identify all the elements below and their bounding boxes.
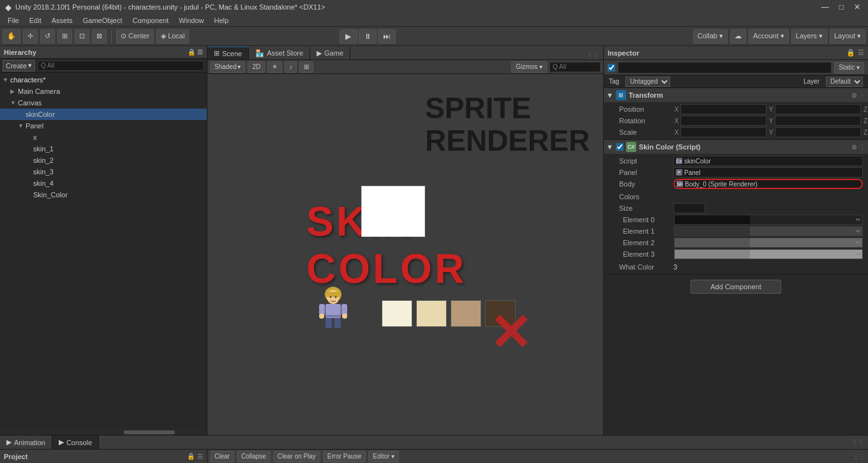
inspector-menu-icon[interactable]: ☰	[858, 49, 864, 57]
panel-value-field[interactable]: P Panel	[673, 167, 863, 178]
tab-game[interactable]: ▶ Game	[310, 47, 350, 59]
element-0-color[interactable]: ✏	[674, 215, 863, 225]
collab-button[interactable]: Collab ▾	[693, 29, 728, 43]
scale-tool[interactable]: ⊞	[57, 29, 72, 43]
tree-item-x[interactable]: x	[0, 132, 207, 143]
clear-on-play-button[interactable]: Clear on Play	[273, 451, 320, 462]
layout-button[interactable]: Layout ▾	[830, 29, 865, 43]
static-button[interactable]: Static ▾	[834, 62, 864, 73]
menu-help[interactable]: Help	[209, 14, 234, 26]
lighting-btn[interactable]: ☀	[267, 61, 282, 73]
step-button[interactable]: ⏭	[378, 29, 396, 43]
project-menu-icon[interactable]: ☰	[197, 453, 203, 460]
add-component-button[interactable]: Add Component	[691, 280, 781, 294]
swatch-1[interactable]	[382, 300, 412, 327]
scale-x-input[interactable]: 1	[680, 127, 767, 137]
scene-viewport[interactable]: SPRITE RENDERER SKIN COLOR	[207, 74, 603, 435]
editor-button[interactable]: Editor ▾	[368, 451, 399, 462]
rect-tool[interactable]: ⊡	[75, 29, 89, 43]
element-2-color[interactable]: ✏	[674, 238, 863, 248]
transform-tool[interactable]: ⊠	[92, 29, 107, 43]
tree-item-skin3[interactable]: skin_3	[0, 166, 207, 178]
collapse-button[interactable]: Collapse	[237, 451, 271, 462]
scene-search-input[interactable]	[550, 62, 601, 72]
menu-assets[interactable]: Assets	[47, 14, 78, 26]
layers-button[interactable]: Layers ▾	[791, 29, 827, 43]
tree-item-canvas[interactable]: ▼ Canvas	[0, 97, 207, 109]
element-1-color[interactable]: ✏	[674, 226, 863, 236]
pause-button[interactable]: ⏸	[359, 29, 377, 43]
hierarchy-scrollbar[interactable]	[0, 430, 207, 435]
skincolor-dots-icon[interactable]: ⋮	[859, 144, 865, 151]
clear-button[interactable]: Clear	[210, 451, 234, 462]
body-value-field[interactable]: SR Body_0 (Sprite Renderer)	[673, 179, 863, 189]
account-button[interactable]: Account ▾	[749, 29, 789, 43]
menu-gameobject[interactable]: GameObject	[78, 14, 128, 26]
play-button[interactable]: ▶	[340, 29, 357, 43]
tree-item-skin2[interactable]: skin_2	[0, 155, 207, 166]
shading-btn[interactable]: Shaded ▾	[210, 61, 245, 73]
object-name-input[interactable]: skinColor	[618, 62, 832, 73]
error-pause-button[interactable]: Error Pause	[323, 451, 366, 462]
tab-animation[interactable]: ▶ Animation	[0, 436, 52, 449]
size-input[interactable]: 4	[673, 203, 705, 213]
tab-scene[interactable]: ⊞ Scene	[207, 47, 249, 59]
menu-component[interactable]: Component	[127, 14, 174, 26]
cloud-button[interactable]: ☁	[730, 29, 746, 43]
edit-0-icon[interactable]: ✏	[856, 216, 861, 223]
inspector-lock-icon[interactable]: 🔒	[846, 49, 855, 57]
rot-y-input[interactable]: 0	[775, 116, 861, 126]
scale-y-input[interactable]: 1	[775, 127, 861, 137]
skincolor-enabled-checkbox[interactable]	[616, 143, 624, 151]
menu-file[interactable]: File	[3, 14, 24, 26]
tab-console[interactable]: ▶ Console	[52, 436, 99, 449]
swatch-2[interactable]	[416, 300, 447, 327]
skincolor-settings-icon[interactable]: ⚙	[851, 144, 857, 151]
menu-window[interactable]: Window	[174, 14, 209, 26]
tab-assetstore[interactable]: 🏪 Asset Store	[249, 47, 310, 59]
local-button[interactable]: ◈ Local	[156, 29, 189, 43]
transform-actions: ⚙ ⋮	[851, 92, 865, 99]
tree-item-panel[interactable]: ▼ Panel	[0, 120, 207, 132]
maximize-button[interactable]: □	[837, 3, 846, 11]
gizmos-btn[interactable]: Gizmos ▾	[511, 61, 547, 73]
swatch-3[interactable]	[451, 300, 481, 327]
tree-item-maincamera[interactable]: ▶ Main Camera	[0, 86, 207, 97]
hand-tool[interactable]: ✋	[3, 29, 20, 43]
view2d-btn[interactable]: 2D	[248, 61, 265, 73]
object-enabled-checkbox[interactable]	[608, 64, 615, 72]
script-value-field[interactable]: C# skinColor	[673, 156, 863, 166]
edit-1-icon[interactable]: ✏	[856, 228, 861, 234]
edit-3-icon[interactable]: ✏	[856, 251, 861, 257]
tree-item-skin4[interactable]: skin_4	[0, 178, 207, 189]
rotate-tool[interactable]: ↺	[40, 29, 55, 43]
element-3-color[interactable]: ✏	[674, 249, 863, 259]
z-label: Z	[862, 118, 868, 125]
minimize-button[interactable]: —	[819, 3, 832, 11]
pos-y-input[interactable]: 45.09894	[775, 104, 861, 114]
hierarchy-create-btn[interactable]: Create ▾	[3, 60, 35, 72]
skincolor-header[interactable]: ▼ C# Skin Color (Script) ⚙ ⋮	[604, 140, 868, 154]
transform-dots-icon[interactable]: ⋮	[859, 92, 865, 99]
transform-header[interactable]: ▼ ⊞ Transform ⚙ ⋮	[604, 88, 868, 102]
tree-item-skin1[interactable]: skin_1	[0, 143, 207, 155]
move-tool[interactable]: ✛	[23, 29, 38, 43]
tag-select[interactable]: Untagged	[625, 77, 670, 87]
center-button[interactable]: ⊙ Center	[116, 29, 154, 43]
hierarchy-search-input[interactable]	[38, 61, 204, 71]
tree-item-characters[interactable]: ▼ characters*	[0, 74, 207, 86]
close-button[interactable]: ✕	[851, 3, 863, 11]
pos-x-input[interactable]: 158.7831	[680, 104, 767, 114]
audio-btn[interactable]: ♪	[285, 61, 297, 73]
tree-item-skincolor2[interactable]: Skin_Color	[0, 189, 207, 201]
effects-btn[interactable]: ⊞	[299, 61, 313, 73]
edit-2-icon[interactable]: ✏	[856, 239, 861, 246]
project-lock-icon[interactable]: 🔒	[187, 453, 195, 460]
rot-x-input[interactable]: 0	[680, 116, 767, 126]
hierarchy-lock-icon[interactable]: 🔒	[188, 49, 195, 56]
tree-item-skincolor[interactable]: skinColor	[0, 109, 207, 120]
layer-select[interactable]: Default	[826, 77, 863, 87]
menu-edit[interactable]: Edit	[24, 14, 47, 26]
hierarchy-menu-icon[interactable]: ☰	[197, 49, 203, 56]
transform-settings-icon[interactable]: ⚙	[851, 92, 857, 99]
